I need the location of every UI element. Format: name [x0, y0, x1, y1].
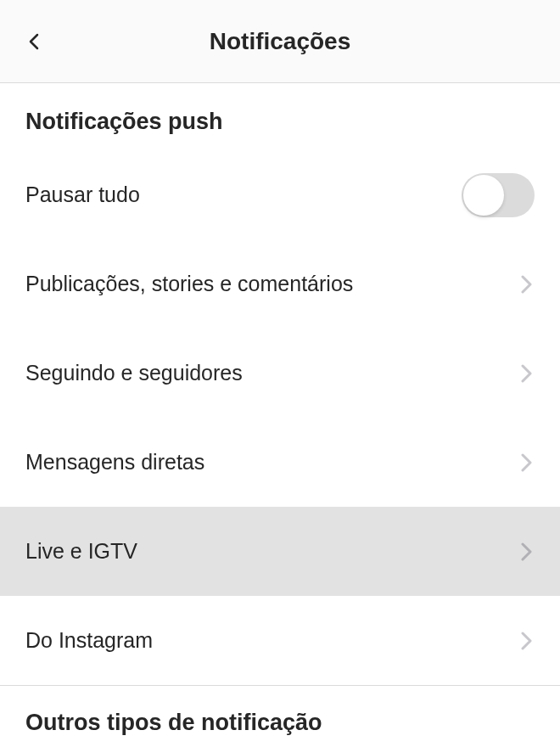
section-header-push: Notificações push [0, 83, 560, 150]
chevron-left-icon [24, 31, 44, 52]
section-header-other: Outros tipos de notificação [0, 686, 560, 747]
row-direct-messages[interactable]: Mensagens diretas [0, 418, 560, 507]
row-label: Publicações, stories e comentários [25, 272, 353, 296]
back-button[interactable] [17, 25, 51, 59]
row-following-followers[interactable]: Seguindo e seguidores [0, 329, 560, 418]
row-live-igtv[interactable]: Live e IGTV [0, 507, 560, 596]
chevron-right-icon [519, 541, 535, 563]
row-pause-all[interactable]: Pausar tudo [0, 150, 560, 239]
row-from-instagram[interactable]: Do Instagram [0, 596, 560, 685]
toggle-knob [463, 175, 504, 216]
row-label: Mensagens diretas [25, 450, 204, 475]
page-title: Notificações [0, 28, 560, 55]
row-label: Seguindo e seguidores [25, 361, 243, 385]
row-label: Live e IGTV [25, 539, 137, 564]
chevron-right-icon [519, 362, 535, 385]
row-posts-stories-comments[interactable]: Publicações, stories e comentários [0, 239, 560, 329]
row-label-pause-all: Pausar tudo [25, 183, 140, 207]
nav-header: Notificações [0, 0, 560, 83]
chevron-right-icon [519, 273, 535, 295]
chevron-right-icon [519, 452, 535, 474]
row-label: Do Instagram [25, 628, 153, 653]
toggle-pause-all[interactable] [462, 173, 535, 217]
chevron-right-icon [519, 630, 535, 652]
